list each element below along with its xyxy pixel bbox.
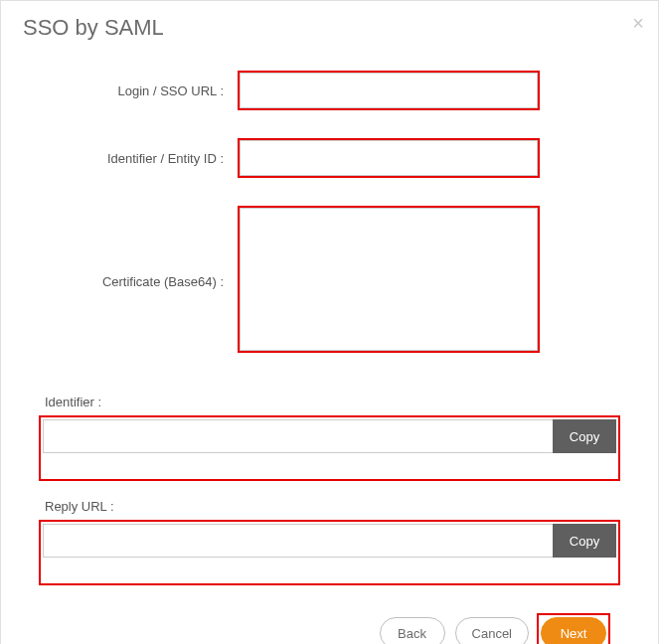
cancel-button[interactable]: Cancel <box>455 617 529 644</box>
row-login-url: Login / SSO URL : <box>41 73 618 108</box>
label-login-url: Login / SSO URL : <box>41 83 240 98</box>
next-button[interactable]: Next <box>541 617 606 644</box>
copy-reply-url-button[interactable]: Copy <box>553 524 616 558</box>
back-button[interactable]: Back <box>380 617 445 644</box>
modal-footer: Back Cancel Next <box>41 609 618 644</box>
modal-header: SSO by SAML × <box>1 1 658 53</box>
input-entity-id[interactable] <box>240 140 538 176</box>
input-identifier-readonly[interactable] <box>43 419 553 453</box>
row-certificate: Certificate (Base64) : <box>41 208 618 355</box>
next-button-highlight: Next <box>539 615 608 644</box>
label-reply-url: Reply URL : <box>45 499 618 514</box>
label-entity-id: Identifier / Entity ID : <box>41 151 240 166</box>
label-identifier: Identifier : <box>45 395 618 409</box>
input-login-url[interactable] <box>240 73 538 108</box>
modal-body: Login / SSO URL : Identifier / Entity ID… <box>1 53 658 644</box>
copy-identifier-button[interactable]: Copy <box>553 419 616 453</box>
reply-url-copy-group: Copy <box>41 522 618 583</box>
identifier-copy-group: Copy <box>41 417 618 479</box>
label-certificate: Certificate (Base64) : <box>41 274 240 289</box>
input-reply-url-readonly[interactable] <box>43 524 553 558</box>
sso-saml-modal: SSO by SAML × Login / SSO URL : Identifi… <box>0 0 659 644</box>
close-icon[interactable]: × <box>632 13 644 33</box>
textarea-certificate[interactable] <box>240 208 538 351</box>
row-entity-id: Identifier / Entity ID : <box>41 140 618 176</box>
modal-title: SSO by SAML <box>23 15 638 41</box>
